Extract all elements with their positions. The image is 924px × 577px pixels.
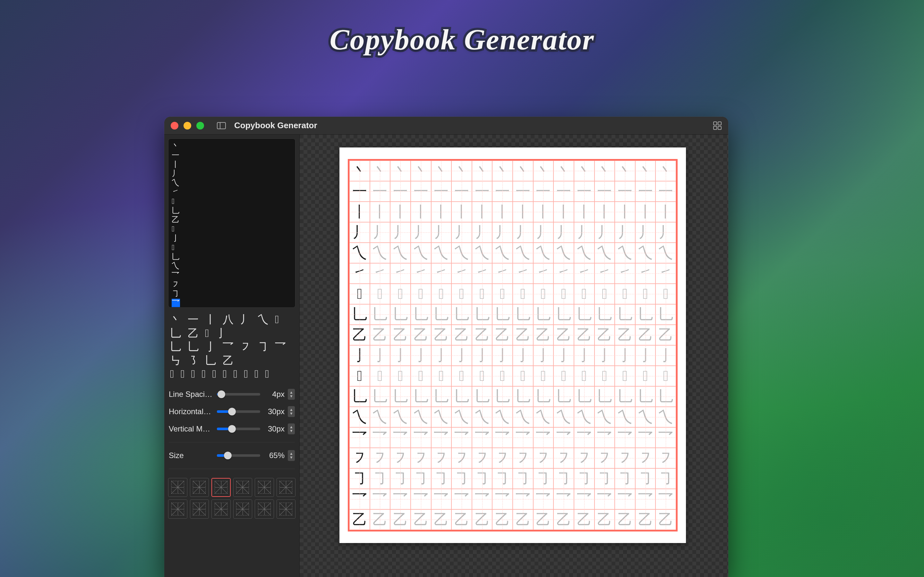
worksheet-cell: 乛 (411, 489, 431, 509)
line-spacing-slider[interactable] (217, 393, 260, 396)
grid-preset-0[interactable] (168, 478, 187, 497)
worksheet-cell: 丨 (513, 201, 533, 222)
vertical-margin-slider[interactable] (217, 428, 260, 430)
worksheet-cell: 𠃌 (533, 366, 554, 386)
worksheet-row: 乙乙乙乙乙乙乙乙乙乙乙乙乙乙乙乙 (349, 325, 676, 345)
worksheet-cell: 乙 (492, 325, 513, 345)
worksheet-cell: 乚 (472, 386, 493, 407)
worksheet-cell: 乛 (390, 489, 411, 509)
worksheet-cell: 亅 (574, 345, 594, 366)
worksheet-cell: ㇇ (656, 448, 676, 468)
line-spacing-control: Line Spaci… 4px ▲▼ (169, 389, 295, 400)
grid-preset-8[interactable] (212, 500, 231, 519)
minimize-button[interactable] (184, 122, 191, 129)
worksheet-cell: ㇆ (553, 468, 574, 489)
grid-preset-5[interactable] (276, 478, 296, 497)
worksheet-cell: 乚 (513, 386, 533, 407)
close-button[interactable] (171, 122, 178, 129)
worksheet-cell: ㇇ (349, 448, 370, 468)
size-control: Size 65% ▲▼ (169, 450, 295, 461)
line-spacing-stepper[interactable]: ▲▼ (288, 389, 295, 400)
worksheet-cell: 乀 (553, 243, 574, 263)
horizontal-margin-control: Horizontal… 30px ▲▼ (169, 406, 295, 417)
svg-rect-2 (714, 122, 717, 125)
vertical-margin-stepper[interactable]: ▲▼ (288, 424, 295, 434)
worksheet-cell: 乀 (492, 243, 513, 263)
worksheet-cell: 乀 (390, 407, 411, 427)
size-stepper[interactable]: ▲▼ (288, 450, 295, 461)
worksheet-cell: 一 (574, 181, 594, 201)
worksheet-cell: 乙 (370, 509, 391, 530)
worksheet-cell: 一 (431, 181, 452, 201)
worksheet-cell: 乙 (472, 325, 493, 345)
grid-preset-11[interactable] (276, 500, 296, 519)
worksheet-cell: 乛 (451, 489, 472, 509)
grid-preset-7[interactable] (190, 500, 209, 519)
worksheet-cell: 𡿨 (553, 284, 574, 304)
app-window: Copybook Generator 丶 一 丨 丿 乀 ㇀ 𡿨 乚 乙 𠃊 亅… (164, 117, 728, 577)
worksheet-cell: 丿 (513, 222, 533, 243)
worksheet-cell: 丶 (349, 161, 370, 181)
worksheet-cell: 乙 (553, 325, 574, 345)
worksheet-cell: 乙 (349, 325, 370, 345)
worksheet-cell: 一 (594, 181, 615, 201)
worksheet-cell: 𡿨 (635, 284, 656, 304)
worksheet-cell: 𠃌 (656, 366, 676, 386)
worksheet-cell: 乛 (574, 489, 594, 509)
worksheet-cell: 丶 (390, 161, 411, 181)
worksheet-cell: 乚 (349, 304, 370, 325)
worksheet-cell: 乛 (594, 489, 615, 509)
worksheet-cell: 乛 (370, 427, 391, 448)
worksheet-cell: 乀 (411, 243, 431, 263)
worksheet-cell: 乙 (635, 325, 656, 345)
grid-preset-10[interactable] (255, 500, 274, 519)
grid-preset-1[interactable] (190, 478, 209, 497)
worksheet-cell: 乙 (472, 509, 493, 530)
worksheet-cell: 一 (390, 181, 411, 201)
worksheet-cell: ㇆ (370, 468, 391, 489)
worksheet-cell: 乚 (513, 304, 533, 325)
worksheet-cell: 乚 (431, 304, 452, 325)
grid-preset-4[interactable] (255, 478, 274, 497)
worksheet-cell: 乚 (656, 386, 676, 407)
stroke-palette[interactable]: 丶 一 丨 八 丿 乀 𡿨 乚 乙 𠃊 亅乚 乚 亅 乛 ㇇ ㇆ 乛 ㇉ ㇌ 乚… (168, 311, 296, 382)
worksheet-cell: 乙 (594, 325, 615, 345)
worksheet-cell: ㇇ (513, 448, 533, 468)
view-grid-icon[interactable] (713, 121, 722, 130)
worksheet-page: 丶丶丶丶丶丶丶丶丶丶丶丶丶丶丶丶一一一一一一一一一一一一一一一一丨丨丨丨丨丨丨丨… (339, 147, 686, 543)
worksheet-cell: 丨 (431, 201, 452, 222)
worksheet-cell: 𡿨 (411, 284, 431, 304)
maximize-button[interactable] (196, 122, 204, 129)
worksheet-cell: ㇀ (451, 263, 472, 284)
worksheet-cell: 一 (615, 181, 635, 201)
worksheet-cell: ㇀ (492, 263, 513, 284)
worksheet-cell: 乙 (411, 325, 431, 345)
worksheet-row: 乛乛乛乛乛乛乛乛乛乛乛乛乛乛乛乛 (349, 489, 676, 509)
size-slider[interactable] (217, 454, 260, 457)
grid-preset-3[interactable] (233, 478, 252, 497)
line-spacing-label: Line Spaci… (169, 390, 214, 399)
canvas-area[interactable]: 丶丶丶丶丶丶丶丶丶丶丶丶丶丶丶丶一一一一一一一一一一一一一一一一丨丨丨丨丨丨丨丨… (300, 135, 728, 577)
character-input[interactable]: 丶 一 丨 丿 乀 ㇀ 𡿨 乚 乙 𠃊 亅 𠃌 乚 乀 乛 ㇇ ㇆ 乛 (168, 139, 296, 308)
grid-preset-6[interactable] (168, 500, 187, 519)
worksheet-cell: 乚 (451, 304, 472, 325)
worksheet-cell: ㇆ (513, 468, 533, 489)
worksheet-cell: 丿 (349, 222, 370, 243)
worksheet-cell: 乀 (615, 243, 635, 263)
worksheet-cell: 乛 (656, 427, 676, 448)
worksheet-cell: 乚 (635, 304, 656, 325)
horizontal-margin-stepper[interactable]: ▲▼ (288, 406, 295, 417)
worksheet-cell: 乛 (451, 427, 472, 448)
worksheet-cell: 乀 (574, 407, 594, 427)
sidebar-toggle-icon[interactable] (217, 122, 226, 129)
worksheet-cell: 乙 (349, 509, 370, 530)
worksheet-cell: 𠃌 (635, 366, 656, 386)
worksheet-cell: ㇆ (574, 468, 594, 489)
worksheet-cell: 丿 (574, 222, 594, 243)
horizontal-margin-slider[interactable] (217, 410, 260, 413)
grid-preset-9[interactable] (233, 500, 252, 519)
worksheet-cell: ㇀ (370, 263, 391, 284)
worksheet-cell: 𡿨 (615, 284, 635, 304)
worksheet-row: 乙乙乙乙乙乙乙乙乙乙乙乙乙乙乙乙 (349, 509, 676, 530)
grid-preset-2[interactable] (212, 478, 231, 497)
